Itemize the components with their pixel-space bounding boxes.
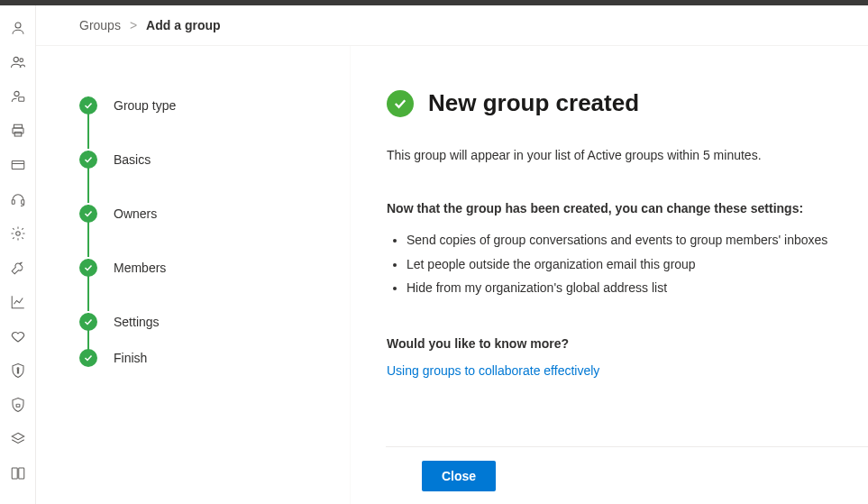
people-icon[interactable] <box>0 45 36 79</box>
wrench-icon[interactable] <box>0 251 36 285</box>
svg-rect-14 <box>17 370 18 373</box>
svg-point-13 <box>17 368 19 370</box>
wizard-footer: Close <box>386 446 868 504</box>
check-icon <box>79 205 97 223</box>
step-label: Settings <box>114 315 160 329</box>
step-label: Owners <box>114 206 157 221</box>
dual-icon[interactable] <box>0 456 36 490</box>
shield-info-icon[interactable] <box>0 353 36 388</box>
check-icon <box>79 313 97 331</box>
content-row: Group type Basics Owners <box>36 46 868 504</box>
step-members[interactable]: Members <box>79 241 332 295</box>
svg-point-1 <box>14 57 18 61</box>
shield-lock-icon[interactable] <box>0 388 36 422</box>
user-tag-icon[interactable] <box>0 79 36 114</box>
svg-rect-8 <box>12 161 24 170</box>
result-pane: New group created This group will appear… <box>350 46 868 504</box>
success-check-icon <box>387 90 414 117</box>
svg-point-0 <box>15 23 21 28</box>
chevron-right-icon: > <box>130 18 137 32</box>
stack-icon[interactable] <box>0 422 36 456</box>
result-heading: New group created <box>428 89 639 117</box>
svg-rect-16 <box>12 468 17 479</box>
svg-rect-11 <box>21 200 23 205</box>
gear-icon[interactable] <box>0 216 36 251</box>
settings-intro: Now that the group has been created, you… <box>387 201 832 215</box>
breadcrumb-root[interactable]: Groups <box>79 18 121 32</box>
svg-point-12 <box>15 232 20 236</box>
chart-icon[interactable] <box>0 285 36 319</box>
step-finish[interactable]: Finish <box>79 349 332 367</box>
step-label: Group type <box>114 98 176 113</box>
close-button[interactable]: Close <box>422 461 496 491</box>
breadcrumb: Groups > Add a group <box>36 5 868 46</box>
step-label: Finish <box>114 351 147 365</box>
list-item: Let people outside the organization emai… <box>407 252 832 277</box>
learn-more-link[interactable]: Using groups to collaborate effectively <box>387 363 599 378</box>
step-group-type[interactable]: Group type <box>79 78 332 133</box>
step-label: Members <box>114 261 166 275</box>
breadcrumb-current: Add a group <box>146 18 220 32</box>
svg-rect-4 <box>18 97 23 102</box>
svg-rect-10 <box>12 200 14 205</box>
user-icon[interactable] <box>0 11 36 45</box>
svg-rect-17 <box>18 468 23 479</box>
check-icon <box>79 96 97 115</box>
svg-rect-7 <box>14 133 22 137</box>
nav-rail <box>0 5 36 504</box>
check-icon <box>79 259 97 277</box>
step-settings[interactable]: Settings <box>79 295 332 349</box>
check-icon <box>79 349 97 367</box>
result-header: New group created <box>387 89 832 117</box>
headset-icon[interactable] <box>0 182 36 216</box>
list-item: Hide from my organization's global addre… <box>407 276 832 300</box>
svg-rect-5 <box>14 124 22 128</box>
main-panel: Groups > Add a group Group type Basics <box>36 5 868 504</box>
check-icon <box>79 151 97 169</box>
heart-icon[interactable] <box>0 319 36 353</box>
printer-icon[interactable] <box>0 114 36 148</box>
svg-point-2 <box>19 59 23 62</box>
step-owners[interactable]: Owners <box>79 187 332 241</box>
svg-rect-15 <box>16 404 20 407</box>
svg-point-3 <box>14 91 18 96</box>
result-subtext: This group will appear in your list of A… <box>387 146 832 165</box>
settings-list: Send copies of group conversations and e… <box>387 228 832 300</box>
list-item: Send copies of group conversations and e… <box>407 228 832 252</box>
more-heading: Would you like to know more? <box>387 336 832 351</box>
step-label: Basics <box>114 152 151 167</box>
app-layout: Groups > Add a group Group type Basics <box>0 5 868 504</box>
step-basics[interactable]: Basics <box>79 133 332 187</box>
card-icon[interactable] <box>0 148 36 182</box>
wizard-stepper: Group type Basics Owners <box>36 46 350 504</box>
